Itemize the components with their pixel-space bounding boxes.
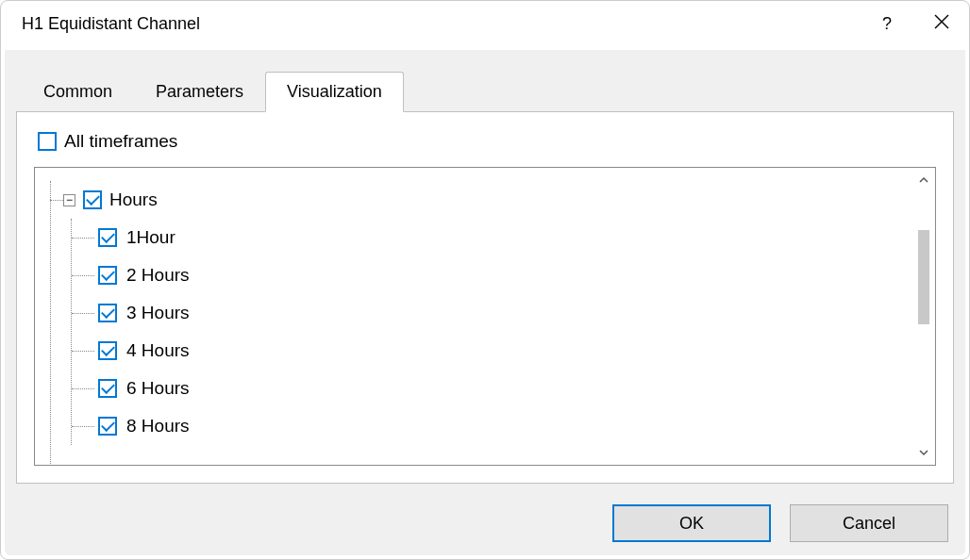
hours-checkbox[interactable] xyxy=(83,190,102,209)
tree-children-hours: 1Hour2 Hours3 Hours4 Hours6 Hours8 Hours xyxy=(71,219,912,445)
tree-item-label: 6 Hours xyxy=(126,378,190,399)
tree-item-inner: 1Hour xyxy=(98,227,176,248)
tree-item-inner: 3 Hours xyxy=(98,303,190,323)
vertical-scrollbar[interactable] xyxy=(912,168,935,465)
dialog-button-row: OK Cancel xyxy=(5,495,965,555)
expander-icon[interactable]: − xyxy=(63,194,75,206)
all-timeframes-checkbox[interactable] xyxy=(38,132,57,151)
tree-item-checkbox[interactable] xyxy=(98,304,117,322)
tree-item-label: 2 Hours xyxy=(126,265,190,286)
tree-item-inner: 2 Hours xyxy=(98,265,190,286)
tab-panel-visualization: All timeframes − Hours 1Hour xyxy=(16,111,954,484)
button-label: OK xyxy=(679,514,704,533)
scroll-track[interactable] xyxy=(918,187,929,446)
tree-item-checkbox[interactable] xyxy=(98,228,117,247)
tree-item-inner: 6 Hours xyxy=(98,378,190,399)
button-label: Cancel xyxy=(843,514,895,533)
tree-root-connectors xyxy=(42,181,63,445)
tab-common[interactable]: Common xyxy=(22,72,134,111)
tab-label: Visualization xyxy=(287,82,382,101)
tree-root-wrap: − Hours 1Hour2 Hours3 Hours4 Hours6 Hour… xyxy=(63,181,912,445)
tree-item-checkbox[interactable] xyxy=(98,266,117,285)
tree-scroll-area: − Hours 1Hour2 Hours3 Hours4 Hours6 Hour… xyxy=(35,168,912,465)
tab-label: Common xyxy=(43,82,112,101)
content-area: Common Parameters Visualization All time… xyxy=(5,50,965,555)
all-timeframes-row: All timeframes xyxy=(38,131,936,152)
tree-connector xyxy=(72,407,98,445)
tree-item-checkbox[interactable] xyxy=(98,379,117,398)
scroll-up-icon[interactable] xyxy=(917,173,930,187)
tab-parameters[interactable]: Parameters xyxy=(134,72,265,111)
tree-item[interactable]: 6 Hours xyxy=(72,370,912,407)
dialog-window: H1 Equidistant Channel ? Common Paramete… xyxy=(0,0,970,560)
tree-item-label: 3 Hours xyxy=(126,303,190,323)
tree-item-label: 8 Hours xyxy=(126,416,190,436)
tree-connector xyxy=(72,332,98,370)
tree-item-inner: 4 Hours xyxy=(98,340,190,361)
tree-item-checkbox[interactable] xyxy=(98,417,117,436)
tree-item[interactable]: 1Hour xyxy=(72,219,912,256)
tree-item[interactable]: 2 Hours xyxy=(72,256,912,294)
tab-label: Parameters xyxy=(156,82,243,101)
help-icon[interactable]: ? xyxy=(877,14,897,34)
tree-item-label: 1Hour xyxy=(126,227,176,248)
window-title: H1 Equidistant Channel xyxy=(22,14,877,34)
tree-node-label: Hours xyxy=(109,189,158,210)
tree-node-hours[interactable]: − Hours xyxy=(63,181,912,219)
cancel-button[interactable]: Cancel xyxy=(790,504,948,542)
titlebar: H1 Equidistant Channel ? xyxy=(1,1,969,46)
tab-strip: Common Parameters Visualization xyxy=(5,51,965,111)
tree-item-label: 4 Hours xyxy=(126,340,190,361)
tree-item-checkbox[interactable] xyxy=(98,341,117,360)
tree-connector xyxy=(72,294,98,332)
tree-item-inner: 8 Hours xyxy=(98,416,190,436)
titlebar-controls: ? xyxy=(877,14,952,34)
close-icon[interactable] xyxy=(931,14,952,34)
tree-connector xyxy=(72,370,98,407)
tab-visualization[interactable]: Visualization xyxy=(265,72,404,112)
tree-item[interactable]: 3 Hours xyxy=(72,294,912,332)
ok-button[interactable]: OK xyxy=(612,504,771,542)
timeframe-tree: − Hours 1Hour2 Hours3 Hours4 Hours6 Hour… xyxy=(34,167,936,466)
tree-connector xyxy=(72,219,98,256)
scroll-down-icon[interactable] xyxy=(917,446,930,459)
all-timeframes-label: All timeframes xyxy=(64,131,177,152)
scroll-thumb[interactable] xyxy=(918,230,929,324)
tree-item[interactable]: 8 Hours xyxy=(72,407,912,445)
tree-connector xyxy=(72,256,98,294)
tree-item[interactable]: 4 Hours xyxy=(72,332,912,370)
